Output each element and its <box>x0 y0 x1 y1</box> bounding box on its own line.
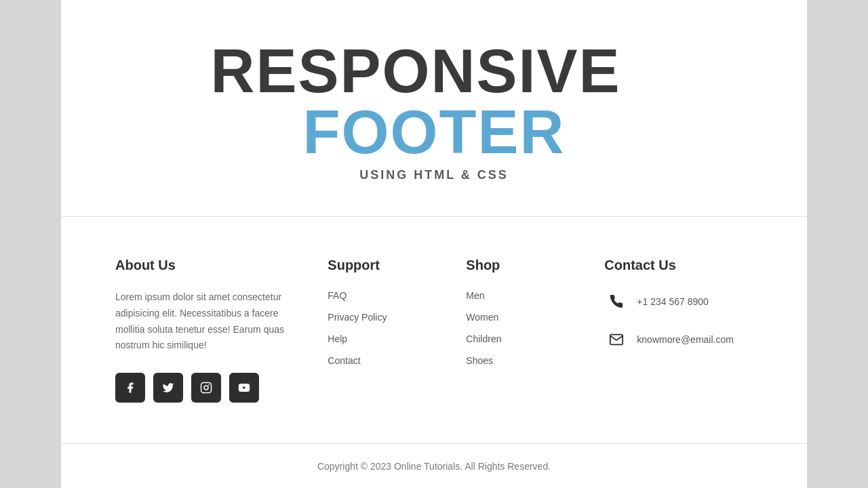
twitter-icon-button[interactable] <box>153 373 183 403</box>
list-item: FAQ <box>328 289 439 302</box>
men-link[interactable]: Men <box>466 290 484 301</box>
facebook-icon-button[interactable] <box>115 373 145 403</box>
svg-point-2 <box>208 384 210 386</box>
list-item: Help <box>328 333 439 345</box>
footer-contact-col: Contact Us +1 234 567 8900 knowmore@emai… <box>604 258 753 403</box>
list-item: Children <box>466 333 577 345</box>
help-link[interactable]: Help <box>328 333 347 344</box>
email-address: knowmore@email.com <box>637 334 734 345</box>
footer-support-col: Support FAQ Privacy Policy Help Contact <box>328 258 439 403</box>
list-item: Privacy Policy <box>328 311 439 323</box>
contact-heading: Contact Us <box>604 258 753 273</box>
contact-link[interactable]: Contact <box>328 355 360 366</box>
list-item: Shoes <box>466 354 577 367</box>
footer-bottom: Copyright © 2023 Online Tutorials. All R… <box>61 444 807 488</box>
shop-links: Men Women Children Shoes <box>466 289 577 367</box>
hero-title: RESPONSIVE FOOTER <box>115 41 753 163</box>
phone-number: +1 234 567 8900 <box>637 296 709 307</box>
privacy-policy-link[interactable]: Privacy Policy <box>328 312 387 323</box>
twitter-icon <box>162 382 174 394</box>
instagram-icon-button[interactable] <box>191 373 221 403</box>
youtube-icon-button[interactable] <box>229 373 259 403</box>
svg-rect-0 <box>201 383 212 393</box>
hero-title-blue: FOOTER <box>303 98 566 166</box>
list-item: Men <box>466 289 577 302</box>
page-wrapper: RESPONSIVE FOOTER USING HTML & CSS About… <box>61 0 807 488</box>
copyright-text: Copyright © 2023 Online Tutorials. All R… <box>317 461 551 472</box>
phone-icon <box>604 289 629 314</box>
women-link[interactable]: Women <box>466 312 498 323</box>
about-description: Lorem ipsum dolor sit amet consectetur a… <box>115 289 300 354</box>
hero-title-dark: RESPONSIVE <box>210 37 620 105</box>
hero-section: RESPONSIVE FOOTER USING HTML & CSS <box>61 0 807 217</box>
list-item: Women <box>466 311 577 323</box>
email-contact-item: knowmore@email.com <box>604 327 753 352</box>
list-item: Contact <box>328 354 439 367</box>
youtube-icon <box>238 382 250 394</box>
children-link[interactable]: Children <box>466 333 501 344</box>
phone-contact-item: +1 234 567 8900 <box>604 289 753 314</box>
social-icons <box>115 373 300 403</box>
hero-subtitle: USING HTML & CSS <box>115 168 753 182</box>
email-icon <box>604 327 629 352</box>
support-heading: Support <box>328 258 439 273</box>
instagram-icon <box>200 382 212 394</box>
support-links: FAQ Privacy Policy Help Contact <box>328 289 439 367</box>
shop-heading: Shop <box>466 258 577 273</box>
footer-shop-col: Shop Men Women Children Shoes <box>466 258 577 403</box>
facebook-icon <box>124 382 136 394</box>
footer-main: About Us Lorem ipsum dolor sit amet cons… <box>61 217 807 444</box>
shoes-link[interactable]: Shoes <box>466 355 493 366</box>
svg-point-1 <box>204 386 208 390</box>
faq-link[interactable]: FAQ <box>328 290 347 301</box>
about-heading: About Us <box>115 258 300 273</box>
footer-about-col: About Us Lorem ipsum dolor sit amet cons… <box>115 258 300 403</box>
